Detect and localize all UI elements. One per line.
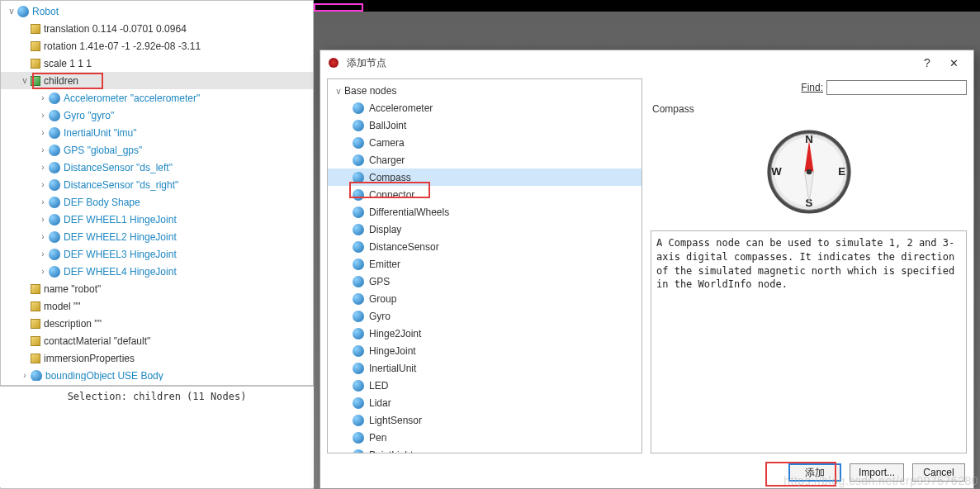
tree-label: rotation 1.41e-07 -1 -2.92e-08 -3.11 — [44, 40, 201, 52]
tree-row[interactable]: ›DEF WHEEL1 HingeJoint — [1, 211, 313, 228]
tree-row[interactable]: ›DEF WHEEL4 HingeJoint — [1, 263, 313, 280]
chevron-down-icon[interactable]: v — [6, 7, 17, 16]
node-icon — [353, 137, 364, 149]
node-list-item[interactable]: Lidar — [328, 394, 641, 411]
tree-row[interactable]: ›DistanceSensor "ds_right" — [1, 176, 313, 193]
node-icon — [31, 354, 40, 363]
tree-row[interactable]: description "" — [1, 315, 313, 332]
node-list-label: GPS — [369, 276, 390, 287]
chevron-right-icon[interactable]: › — [37, 197, 49, 207]
node-list-label: Camera — [369, 137, 405, 149]
tree-row[interactable]: ›InertialUnit "imu" — [1, 124, 313, 141]
help-button[interactable] — [914, 53, 940, 73]
node-icon — [353, 345, 364, 357]
find-input[interactable] — [826, 80, 967, 95]
tree-row[interactable]: name "robot" — [1, 280, 313, 297]
tree-row[interactable]: ›boundingObject USE Body — [1, 367, 313, 381]
chevron-right-icon[interactable]: › — [37, 128, 49, 137]
cancel-button[interactable]: Cancel — [912, 463, 965, 482]
chevron-right-icon[interactable]: › — [37, 145, 49, 154]
chevron-right-icon[interactable]: › — [37, 163, 49, 172]
node-list-label: BallJoint — [369, 120, 406, 131]
tree-row[interactable]: ›DEF WHEEL3 HingeJoint — [1, 245, 313, 263]
tree-row[interactable]: immersionProperties — [1, 349, 313, 367]
tree-row[interactable]: model "" — [1, 297, 313, 315]
tree-label: translation 0.114 -0.0701 0.0964 — [44, 23, 187, 35]
selection-panel: Selection: children (11 Nodes) — [0, 385, 314, 487]
tree-row[interactable]: ›GPS "global_gps" — [1, 141, 313, 159]
node-list-item[interactable]: LED — [328, 377, 641, 394]
chevron-down-icon[interactable]: v — [333, 87, 344, 96]
node-type-list[interactable]: v Base nodes AccelerometerBallJointCamer… — [327, 78, 642, 453]
tree-label: DEF Body Shape — [64, 197, 140, 208]
node-list-item[interactable]: InertialUnit — [328, 359, 641, 377]
tree-row[interactable]: translation 0.114 -0.0701 0.0964 — [1, 20, 313, 37]
chevron-right-icon[interactable]: › — [37, 111, 49, 120]
chevron-right-icon[interactable]: › — [37, 249, 49, 259]
chevron-right-icon[interactable]: › — [37, 93, 49, 102]
node-list-label: Group — [369, 293, 396, 305]
node-list-item[interactable]: Connector — [328, 186, 641, 203]
node-list-item[interactable]: Emitter — [328, 255, 641, 273]
node-icon — [353, 276, 364, 287]
node-list-item[interactable]: DifferentialWheels — [328, 203, 641, 221]
compass-icon: N S W E — [764, 126, 855, 217]
tree-row[interactable]: contactMaterial "default" — [1, 332, 313, 349]
node-group[interactable]: v Base nodes — [328, 83, 641, 99]
tree-row[interactable]: vchildren — [1, 72, 313, 89]
chevron-right-icon[interactable]: › — [37, 232, 49, 241]
chevron-right-icon[interactable]: › — [37, 267, 49, 276]
tree-row[interactable]: ›DEF WHEEL2 HingeJoint — [1, 228, 313, 245]
node-list-item[interactable]: Gyro — [328, 307, 641, 325]
app-icon — [327, 56, 340, 69]
node-icon — [49, 162, 60, 173]
node-icon — [49, 214, 60, 226]
node-list-item[interactable]: BallJoint — [328, 116, 641, 134]
chevron-down-icon[interactable]: v — [19, 76, 31, 85]
node-list-item[interactable]: LightSensor — [328, 411, 641, 429]
close-button[interactable] — [940, 53, 967, 73]
tree-row[interactable]: ›DEF Body Shape — [1, 193, 313, 211]
tree-row[interactable]: ›Accelerometer "accelerometer" — [1, 89, 313, 107]
tree-label: children — [44, 75, 78, 87]
node-icon — [353, 415, 364, 426]
node-icon — [49, 145, 60, 156]
node-list-item[interactable]: Charger — [328, 151, 641, 169]
node-list-item[interactable]: Group — [328, 290, 641, 307]
node-list-item[interactable]: Accelerometer — [328, 99, 641, 116]
node-list-item[interactable]: Display — [328, 221, 641, 238]
dialog-titlebar[interactable]: 添加节点 — [320, 50, 973, 75]
node-list-item[interactable]: Compass — [328, 169, 641, 186]
tree-row[interactable]: ›DistanceSensor "ds_left" — [1, 159, 313, 176]
node-icon — [353, 311, 364, 322]
chevron-right-icon[interactable]: › — [37, 180, 49, 189]
node-list-item[interactable]: Pen — [328, 429, 641, 446]
node-list-item[interactable]: GPS — [328, 273, 641, 290]
node-icon — [49, 249, 60, 260]
node-list-item[interactable]: PointLight — [328, 446, 641, 453]
tree-label: DistanceSensor "ds_left" — [64, 162, 173, 173]
tree-label: scale 1 1 1 — [44, 58, 92, 69]
node-list-label: LED — [369, 380, 388, 392]
tree-row[interactable]: rotation 1.41e-07 -1 -2.92e-08 -3.11 — [1, 37, 313, 55]
node-list-item[interactable]: DistanceSensor — [328, 238, 641, 255]
node-list-item[interactable]: Camera — [328, 134, 641, 151]
tree-label: DEF WHEEL1 HingeJoint — [64, 214, 177, 226]
add-button[interactable]: 添加 — [788, 463, 841, 482]
node-icon — [49, 266, 60, 278]
tree-row[interactable]: ›Gyro "gyro" — [1, 107, 313, 124]
node-list-item[interactable]: Hinge2Joint — [328, 325, 641, 342]
chevron-right-icon[interactable]: › — [37, 215, 49, 224]
node-icon — [31, 59, 40, 69]
node-icon — [353, 432, 364, 444]
node-list-item[interactable]: HingeJoint — [328, 342, 641, 359]
chevron-right-icon[interactable]: › — [19, 371, 31, 380]
node-list-label: Lidar — [369, 397, 391, 409]
tree-row[interactable]: scale 1 1 1 — [1, 55, 313, 72]
scene-tree[interactable]: v Robot translation 0.114 -0.0701 0.0964… — [1, 1, 313, 381]
tree-row-root[interactable]: v Robot — [1, 2, 313, 20]
node-icon — [31, 41, 40, 51]
node-list-label: Hinge2Joint — [369, 328, 421, 339]
node-icon — [49, 179, 60, 191]
import-button[interactable]: Import... — [850, 463, 904, 482]
